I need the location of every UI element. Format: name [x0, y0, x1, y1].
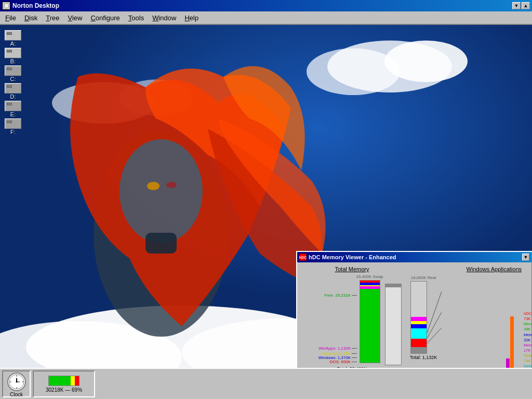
swap-bar-container: [383, 274, 403, 365]
memory-window-close[interactable]: ▼: [522, 254, 529, 261]
app-label-5: Toolmail: 74K: [524, 353, 532, 364]
total-bar-container: 16,400K Swap: [358, 274, 381, 365]
memory-window-title: hDC Memory Viewer - Enhanced: [309, 254, 396, 260]
menu-file[interactable]: File: [1, 13, 20, 23]
svg-line-14: [427, 291, 442, 333]
app-label-1: hDCLib: 73K: [524, 311, 532, 322]
sidebar: A: B: C: D: E: F:: [0, 30, 29, 135]
svg-line-16: [427, 328, 442, 343]
desktop: A: B: C: D: E: F: hDC hDC Memory View: [0, 25, 532, 399]
app-label-3: MemView: 32K: [524, 332, 532, 343]
swap-label: 16,400K Swap: [356, 274, 383, 279]
memory-status-text: 30218K — 69%: [46, 387, 82, 393]
windows-apps-label: Windows Applications: [444, 266, 532, 272]
mem-green-segment: [49, 376, 71, 385]
real-memory-label-top: 16,000K Real: [411, 275, 436, 280]
app-label-2: MicroMen: 39K: [524, 322, 532, 332]
memory-status-widget[interactable]: 30218K — 69%: [33, 370, 95, 397]
drive-d[interactable]: D:: [0, 83, 26, 100]
clock-label: Clock: [10, 392, 23, 397]
title-bar-controls: ▼ ▲: [512, 2, 530, 9]
drive-f-label: F:: [10, 129, 16, 135]
drive-f[interactable]: F:: [0, 118, 26, 135]
menu-view[interactable]: View: [64, 13, 87, 23]
menu-help[interactable]: Help: [180, 13, 203, 23]
memory-window-icon: hDC: [299, 254, 307, 261]
drive-a-icon: [5, 30, 21, 41]
total-memory-bar: [360, 280, 380, 363]
label-free: Free: 29,231K: [324, 293, 357, 298]
taskbar: Clock 30218K — 69%: [0, 368, 532, 399]
clock-face: [7, 373, 26, 391]
drive-b-label: B:: [10, 58, 16, 64]
svg-point-11: [147, 182, 159, 190]
title-bar: 🖥 Norton Desktop ▼ ▲: [0, 0, 532, 11]
drive-a-label: A:: [10, 41, 16, 47]
mem-yellow-segment: [71, 376, 75, 385]
total-memory-labels: Free: 29,231K WinApps: 1,132K Swap Area:…: [301, 274, 358, 365]
drive-b[interactable]: B:: [0, 48, 26, 64]
drive-c-icon: [5, 65, 21, 76]
mem-red-segment: [75, 376, 79, 385]
app-title: Norton Desktop: [12, 2, 59, 9]
swap-bar: [385, 284, 402, 365]
memory-color-bar: [48, 376, 79, 386]
menu-bar: File Disk Tree View Configure Tools Wind…: [0, 11, 532, 25]
drive-e-label: E:: [10, 111, 16, 117]
svg-point-3: [307, 48, 400, 95]
app-label-4: MemGraph: 17K: [524, 343, 532, 353]
real-memory-total: Total: 1,132K: [410, 355, 437, 360]
menu-disk[interactable]: Disk: [20, 13, 42, 23]
drive-b-icon: [5, 48, 21, 58]
swap-empty: [385, 287, 401, 365]
free-segment: [360, 289, 380, 363]
svg-point-10: [119, 139, 203, 243]
drive-e-icon: [5, 101, 21, 111]
menu-tree[interactable]: Tree: [42, 13, 63, 23]
drive-e[interactable]: E:: [0, 101, 26, 117]
svg-line-15: [427, 312, 442, 338]
app-icon: 🖥: [2, 2, 10, 10]
drive-c-label: C:: [10, 76, 16, 82]
maximize-button[interactable]: ▲: [522, 2, 530, 9]
drive-a[interactable]: A:: [0, 30, 26, 47]
svg-point-12: [166, 182, 177, 188]
minimize-button[interactable]: ▼: [512, 2, 521, 9]
svg-point-24: [16, 381, 17, 383]
drive-d-label: D:: [10, 94, 16, 100]
menu-tools[interactable]: Tools: [124, 13, 148, 23]
label-winapps: WinApps: 1,132K: [318, 346, 357, 351]
menu-configure[interactable]: Configure: [86, 13, 124, 23]
total-memory-label: Total Memory: [301, 266, 403, 272]
memory-title-bar: hDC hDC Memory Viewer - Enhanced ▼: [297, 252, 531, 262]
menu-window[interactable]: Window: [148, 13, 180, 23]
real-memory-bar: [410, 281, 427, 354]
svg-rect-13: [145, 233, 177, 254]
clock-widget[interactable]: Clock: [2, 370, 31, 397]
label-dos: DOS: 650K: [330, 360, 357, 364]
drive-f-icon: [5, 118, 21, 129]
clock-svg: [8, 374, 25, 390]
drive-c[interactable]: C:: [0, 65, 26, 82]
drive-d-icon: [5, 83, 21, 94]
real-bar-area: [405, 281, 442, 354]
